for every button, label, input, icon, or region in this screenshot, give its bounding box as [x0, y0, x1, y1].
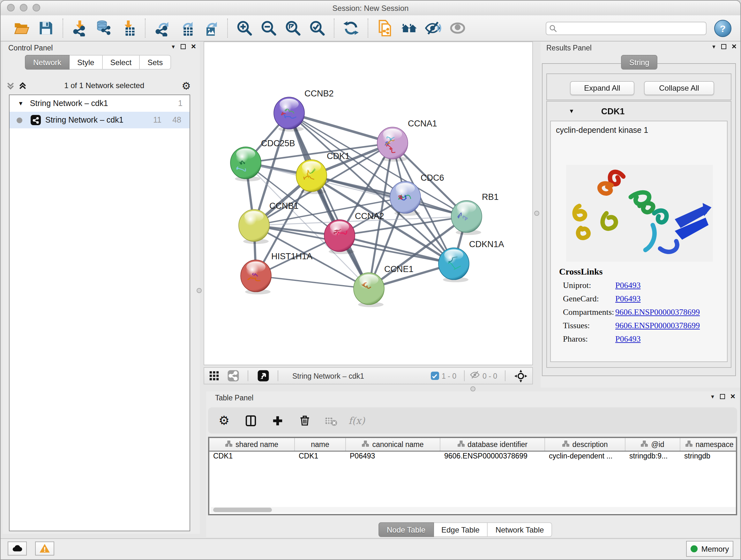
inactive-eye-button[interactable]: [448, 18, 467, 38]
search-input[interactable]: [546, 21, 706, 35]
table-cell[interactable]: P06493: [346, 451, 441, 462]
left-splitter-handle[interactable]: [197, 288, 202, 293]
panel-float-icon[interactable]: [722, 44, 727, 49]
panel-float-icon[interactable]: [720, 394, 725, 399]
column-header-canonical-name[interactable]: canonical name: [346, 438, 441, 451]
export-table-button[interactable]: [177, 18, 196, 38]
tab-edge-table[interactable]: Edge Table: [434, 522, 488, 537]
zoom-in-button[interactable]: [235, 18, 254, 38]
table-cell[interactable]: 9606.ENSP00000378699: [441, 451, 545, 462]
hide-panel-eye-button[interactable]: [424, 18, 443, 38]
create-column-plus-icon[interactable]: [268, 411, 287, 430]
collapse-all-button[interactable]: Collapse All: [644, 81, 714, 95]
tab-node-table[interactable]: Node Table: [379, 522, 434, 537]
tab-style[interactable]: Style: [70, 55, 103, 70]
node-table[interactable]: shared namenamecanonical namedatabase id…: [208, 437, 737, 515]
fit-selected-crosshair-icon[interactable]: [513, 366, 529, 385]
panel-menu-icon[interactable]: ▼: [711, 44, 717, 50]
column-header-database-identifier[interactable]: database identifier: [441, 438, 545, 451]
help-button[interactable]: ?: [714, 19, 731, 37]
network-row[interactable]: String Network – cdk1 11 48: [10, 112, 190, 128]
panel-menu-icon[interactable]: ▼: [171, 44, 176, 50]
tab-select[interactable]: Select: [103, 55, 140, 70]
protein-disclosure-icon[interactable]: ▼: [569, 108, 575, 114]
collapse-all-chevrons-icon[interactable]: [6, 81, 15, 90]
edge-CCNB2-CCNE1[interactable]: [289, 113, 369, 289]
crosslink-link[interactable]: P06493: [615, 294, 641, 304]
table-settings-gear-icon[interactable]: ⚙: [214, 411, 233, 430]
import-network-database-button[interactable]: [94, 18, 114, 38]
network-view-canvas[interactable]: CCNB2 CCNA1 CDC25B CDK1 CDC6 RB1 CCNB1: [204, 42, 533, 365]
table-cell[interactable]: CDK1: [295, 451, 346, 462]
import-network-file-button[interactable]: [70, 18, 89, 38]
column-header-shared-name[interactable]: shared name: [209, 438, 295, 451]
expand-all-button[interactable]: Expand All: [570, 81, 634, 95]
bottom-splitter-handle[interactable]: [470, 386, 475, 391]
crosslink-link[interactable]: 9606.ENSP00000378699: [615, 307, 700, 317]
share-document-button[interactable]: [375, 18, 394, 38]
close-window-button[interactable]: [7, 4, 15, 11]
table-cell[interactable]: stringdb:9...: [625, 451, 680, 462]
minimize-window-button[interactable]: [20, 4, 27, 11]
panel-close-icon[interactable]: ×: [732, 44, 737, 50]
right-splitter-handle[interactable]: [534, 211, 539, 216]
expand-all-chevrons-icon[interactable]: [18, 81, 27, 90]
delete-column-trash-icon[interactable]: [295, 411, 314, 430]
table-cell[interactable]: stringdb: [680, 451, 737, 462]
panel-menu-icon[interactable]: ▼: [710, 394, 715, 399]
node-CCNB2[interactable]: CCNB2: [274, 89, 334, 132]
crosslink-link[interactable]: P06493: [615, 280, 641, 291]
import-table-file-button[interactable]: [119, 18, 138, 38]
node-HIST1H1A[interactable]: HIST1H1A: [241, 252, 313, 294]
birds-eye-view-icon[interactable]: [256, 366, 270, 385]
table-cell[interactable]: cyclin-dependent ...: [545, 451, 625, 462]
tab-network-table[interactable]: Network Table: [488, 522, 552, 537]
refresh-network-button[interactable]: [341, 18, 360, 38]
string-home-button[interactable]: [400, 18, 419, 38]
node-label-CCNB2: CCNB2: [305, 89, 334, 98]
export-image-button[interactable]: [201, 18, 220, 38]
zoom-selected-button[interactable]: [308, 18, 327, 38]
protein-card-header[interactable]: ▼ CDK1: [547, 102, 731, 121]
show-columns-icon[interactable]: [241, 411, 260, 430]
node-CDKN1A[interactable]: CDKN1A: [439, 240, 504, 282]
grid-view-icon[interactable]: [207, 366, 221, 385]
node-RB1[interactable]: RB1: [451, 192, 499, 235]
table-row[interactable]: CDK1CDK1P064939606.ENSP00000378699cyclin…: [209, 451, 736, 462]
tab-sets[interactable]: Sets: [140, 55, 171, 70]
node-CCNA1[interactable]: CCNA1: [377, 119, 437, 162]
panel-close-icon[interactable]: ×: [731, 393, 735, 400]
column-header-name[interactable]: name: [295, 438, 346, 451]
column-header-@id[interactable]: @id: [625, 438, 680, 451]
edge-HIST1H1A-CCNE1[interactable]: [256, 276, 369, 289]
table-panel-title: Table Panel: [215, 394, 253, 401]
panel-float-icon[interactable]: [181, 44, 186, 49]
warnings-button[interactable]: [35, 542, 54, 556]
open-file-button[interactable]: [12, 18, 31, 38]
memory-button[interactable]: Memory: [686, 541, 733, 557]
save-session-button[interactable]: [37, 18, 56, 38]
network-options-gear-icon[interactable]: ⚙: [182, 79, 191, 91]
tab-string[interactable]: String: [621, 55, 658, 70]
table-cell[interactable]: CDK1: [209, 451, 295, 462]
scrollbar-thumb[interactable]: [213, 508, 272, 512]
collection-row[interactable]: ▼ String Network – cdk1 1: [10, 95, 190, 112]
panel-close-icon[interactable]: ×: [191, 44, 196, 50]
zoom-fit-button[interactable]: [283, 18, 302, 38]
export-network-button[interactable]: [152, 18, 172, 38]
crosslink-link[interactable]: P06493: [615, 334, 641, 344]
collection-disclosure-icon[interactable]: ▼: [18, 100, 23, 107]
selected-nodes-checkbox[interactable]: [431, 372, 439, 380]
tab-network[interactable]: Network: [25, 55, 70, 70]
column-header-namespace[interactable]: namespace: [680, 438, 737, 451]
node-CCNB1[interactable]: CCNB1: [239, 201, 299, 244]
node-CCNE1[interactable]: CCNE1: [354, 264, 414, 307]
zoom-out-button[interactable]: [259, 18, 278, 38]
column-header-description[interactable]: description: [545, 438, 625, 451]
window-controls[interactable]: [7, 4, 40, 11]
crosslink-link[interactable]: 9606.ENSP00000378699: [615, 320, 700, 331]
network-share-view-icon[interactable]: [226, 366, 240, 385]
cloud-button[interactable]: [8, 542, 27, 556]
table-horizontal-scrollbar[interactable]: [211, 507, 737, 513]
zoom-window-button[interactable]: [32, 4, 40, 11]
